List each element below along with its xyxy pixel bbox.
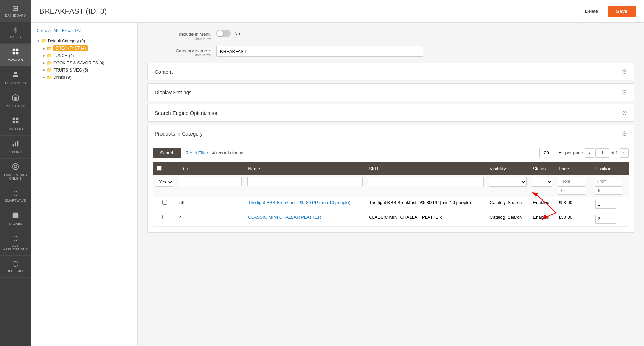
save-button[interactable]: Save [608,6,636,17]
filter-id-input[interactable] [179,177,242,186]
tree-toggle: ▼ [37,39,40,43]
reset-filter-button[interactable]: Reset Filter [185,150,208,155]
filter-yes-select[interactable]: Yes No [156,177,173,187]
tree-toggle: ▶ [43,54,45,57]
svg-rect-5 [13,118,15,120]
row-checkbox-2[interactable] [162,215,167,219]
search-button[interactable]: Search [153,148,181,158]
left-panel: Collapse All | Expand All ▼ 📁 Default Ca… [31,23,138,346]
col-label-visibility: Visibility [490,166,506,171]
chevron-down-icon: ⊙ [622,109,627,117]
position-input-1[interactable] [595,200,616,209]
accordion-content: Content ⊙ [147,63,634,80]
expand-all-link[interactable]: Expand All [62,28,82,33]
page-input[interactable] [595,148,609,158]
price-from-input[interactable] [558,177,585,185]
collapse-all-link[interactable]: Collapse All [37,28,58,33]
row-name-link-1[interactable]: The light BBB Breakfast - £5.80 PP (min … [248,200,350,205]
filter-row: Yes No [153,175,629,197]
row-position-2 [592,212,629,227]
filter-status-select[interactable] [532,177,552,187]
products-table: ID ↑ Name SKU [153,162,629,227]
tree-node-fruits[interactable]: ▶ 📁 FRUITS & VEG (5) [43,66,132,74]
stores-icon [12,211,19,220]
prev-page-button[interactable]: ‹ [585,148,594,158]
row-visibility-1: Catalog, Search [486,197,529,212]
tree-controls: Collapse All | Expand All [37,28,132,33]
sidebar-item-reports[interactable]: REPORTS [0,136,31,159]
page-total: of 1 [611,150,618,155]
job-applications-icon: ⬡ [12,234,19,242]
tree-node-breakfast[interactable]: ▶ 📂 BREAKFAST (4) [43,44,132,52]
delete-button[interactable]: Delete [578,6,605,17]
filter-name-input[interactable] [247,177,363,186]
search-toolbar: Search Reset Filter 4 records found 20 p… [153,148,629,158]
position-to-input[interactable] [595,186,622,195]
col-header-id[interactable]: ID ↑ [176,162,245,175]
accordion-display-header[interactable]: Display Settings ⊙ [148,84,634,101]
svg-rect-9 [13,144,14,146]
filter-yes-wrap: Yes No [156,177,173,187]
sidebar-item-dashboard[interactable]: ⊞ DASHBOARD [0,0,31,22]
position-input-2[interactable] [595,215,616,224]
filter-visibility-select[interactable] [489,177,527,187]
products-body: Search Reset Filter 4 records found 20 p… [148,142,634,232]
accordion-display-title: Display Settings [155,89,192,95]
tree-toggle: ▶ [43,46,45,50]
accordion-content-title: Content [155,69,173,75]
accordion-content-header[interactable]: Content ⊙ [148,63,634,80]
svg-rect-6 [16,118,18,120]
sidebar-item-job-applications[interactable]: ⬡ JOB APPLICATIONS [0,230,31,256]
sidebar-item-sales[interactable]: $ SALES [0,22,31,44]
svg-rect-11 [17,141,19,146]
folder-icon: 📂 [46,46,52,51]
include-in-menu-label: Include in Menu [store view] [147,30,216,41]
sidebar-item-marketing[interactable]: MARKETING [0,89,31,112]
tree-node-default[interactable]: ▼ 📁 Default Category (0) [37,37,132,44]
products-section-title: Products in Category [155,131,203,137]
chevron-down-icon: ⊙ [622,88,627,96]
filter-sku-cell [365,175,486,197]
tree-node-label: LUNCH (4) [53,53,74,58]
include-in-menu-row: Include in Menu [store view] No [147,30,634,41]
accordion-seo-title: Search Engine Optimization [155,110,219,116]
filter-sku-input[interactable] [368,177,484,186]
sidebar-item-stores[interactable]: STORES [0,207,31,230]
svg-point-12 [13,163,19,169]
col-header-visibility: Visibility [486,162,529,175]
position-from-input[interactable] [595,177,622,185]
sidebar-item-customers[interactable]: CUSTOMERS [0,66,31,89]
select-all-checkbox[interactable] [157,166,162,171]
include-in-menu-control: No [216,30,634,37]
filter-price-cell [555,175,592,197]
sidebar-item-content[interactable]: CONTENT [0,112,31,136]
table-row: 59 The light BBB Breakfast - £5.80 PP (m… [153,197,629,212]
accordion-seo-header[interactable]: Search Engine Optimization ⊙ [148,104,634,121]
sidebar-item-smartwave[interactable]: ⬡ SMARTWAVE [0,185,31,207]
products-section-header[interactable]: Products in Category ⊗ [148,125,634,142]
include-in-menu-toggle[interactable] [216,30,231,37]
tree-node-cookies[interactable]: ▶ 📁 COOKIES & SAVORIES (4) [43,59,132,66]
row-checkbox-1[interactable] [162,200,167,205]
price-to-input[interactable] [558,186,585,195]
per-page-select[interactable]: 20 [539,148,563,158]
tree-node-label: COOKIES & SAVORIES (4) [53,61,104,65]
col-header-name: Name [245,162,365,175]
tree-node-drinks[interactable]: ▶ 📁 Drinks (9) [43,74,132,81]
row-price-2: £30.00 [555,212,592,227]
row-name-link-2[interactable]: CLASSIC MINI CHALLAH PLATTER [248,215,321,220]
quickbooks-icon [12,163,19,172]
category-name-label: Category Name * [store view] [147,46,216,57]
filter-id-cell [176,175,245,197]
category-name-input[interactable] [216,46,423,57]
tree-node-lunch[interactable]: ▶ 📁 LUNCH (4) [43,52,132,59]
sidebar: ⊞ DASHBOARD $ SALES CATALOG CUSTOMERS MA… [0,0,31,346]
sidebar-item-quickbooks[interactable]: QUICKBOOKS ONLINE [0,159,31,185]
col-label-id: ID [179,166,184,171]
col-label-name: Name [248,166,260,171]
row-name-1: The light BBB Breakfast - £5.80 PP (min … [245,197,365,212]
pagination: ‹ of 1 › [585,148,629,158]
sidebar-item-catalog[interactable]: CATALOG [0,44,31,67]
sidebar-item-off-times[interactable]: ⬡ OFF TIMES [0,256,31,278]
next-page-button[interactable]: › [620,148,629,158]
